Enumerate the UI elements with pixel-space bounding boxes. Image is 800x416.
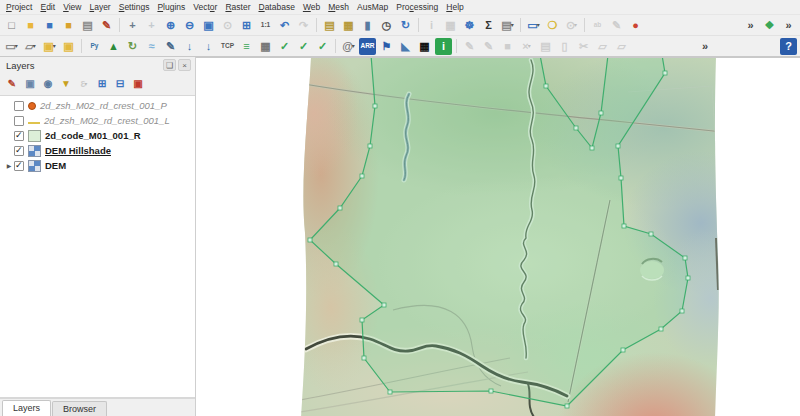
layer-checkbox[interactable]: [14, 146, 24, 156]
copy-features-icon[interactable]: ▱: [594, 38, 611, 55]
select-by-value-icon[interactable]: ▣: [60, 38, 77, 55]
statistics-sum-icon[interactable]: Σ: [480, 17, 497, 34]
new-report-icon[interactable]: ▮: [359, 17, 376, 34]
pin-labels-icon[interactable]: ✎: [608, 17, 625, 34]
project-properties-icon[interactable]: ▤: [79, 17, 96, 34]
delete-selected-icon[interactable]: ▯: [556, 38, 573, 55]
pan-map-icon[interactable]: +: [124, 17, 141, 34]
check-plugin-q-icon[interactable]: ✓: [295, 38, 312, 55]
statistical-summary-icon[interactable]: ▤▾: [499, 17, 516, 34]
measure-tool-icon[interactable]: ▭▾: [525, 17, 542, 34]
import-layer-icon[interactable]: ↓: [200, 38, 217, 55]
select-by-form-icon[interactable]: ▣▾: [41, 38, 58, 55]
check-plugin-a-icon[interactable]: ✓: [276, 38, 293, 55]
zoom-full-extent-icon[interactable]: ▣: [200, 17, 217, 34]
add-layers-icon[interactable]: ❖: [761, 17, 778, 34]
tab-browser[interactable]: Browser: [52, 401, 107, 416]
zoom-native-icon[interactable]: 1:1: [257, 17, 274, 34]
vertex-tool-icon[interactable]: ×▾: [518, 38, 535, 55]
menu-item-project[interactable]: Project: [2, 1, 36, 13]
temporal-controller-icon[interactable]: ◷: [378, 17, 395, 34]
layer-item-2[interactable]: 2d_code_M01_001_R: [0, 128, 195, 143]
new-print-layout-icon[interactable]: ▤: [321, 17, 338, 34]
zoom-to-layer-icon[interactable]: ⊞: [238, 17, 255, 34]
zoom-last-icon[interactable]: ↶: [276, 17, 293, 34]
map-tips-icon[interactable]: ❍: [544, 17, 561, 34]
menu-item-view[interactable]: View: [59, 1, 85, 13]
new-project-icon[interactable]: □: [3, 17, 20, 34]
manage-map-themes-icon[interactable]: ◉: [40, 76, 56, 92]
flag-plugin-icon[interactable]: ⚑: [378, 38, 395, 55]
menu-item-plugins[interactable]: Plugins: [153, 1, 189, 13]
text-annotation-icon[interactable]: ab: [589, 17, 606, 34]
menu-item-raster[interactable]: Raster: [221, 1, 254, 13]
raster-calc-icon[interactable]: ◣: [397, 38, 414, 55]
expander-icon[interactable]: ▶: [4, 162, 14, 169]
layer-item-3[interactable]: DEM Hillshade: [0, 143, 195, 158]
raster-image-tool-icon[interactable]: ▦: [257, 38, 274, 55]
zoom-next-icon[interactable]: ↷: [295, 17, 312, 34]
toolbar-overflow-1-icon[interactable]: »: [742, 17, 759, 34]
layer-item-0[interactable]: 2d_zsh_M02_rd_crest_001_P: [0, 98, 195, 113]
tcp-plugin-icon[interactable]: TCP: [219, 38, 236, 55]
dark-panel-plugin-icon[interactable]: ▦: [416, 38, 433, 55]
check-plugin-1-icon[interactable]: ✓: [314, 38, 331, 55]
map-canvas[interactable]: [196, 58, 799, 416]
layer-item-4[interactable]: ▶DEM: [0, 158, 195, 173]
open-attribute-table-icon[interactable]: ▦: [442, 17, 459, 34]
pan-to-selection-icon[interactable]: +: [143, 17, 160, 34]
style-manager-icon[interactable]: ✎: [98, 17, 115, 34]
reload-plugin-icon[interactable]: ↻: [124, 38, 141, 55]
toggle-editing-icon[interactable]: ✎: [480, 38, 497, 55]
layout-manager-icon[interactable]: ▦: [340, 17, 357, 34]
save-project-icon[interactable]: ■: [41, 17, 58, 34]
menu-item-settings[interactable]: Settings: [115, 1, 154, 13]
legend-items-icon[interactable]: ≡: [238, 38, 255, 55]
layer-checkbox[interactable]: [14, 101, 24, 111]
tab-layers[interactable]: Layers: [2, 400, 51, 416]
add-group-icon[interactable]: ▣: [22, 76, 38, 92]
toolbar-overflow-1b-icon[interactable]: »: [780, 17, 797, 34]
zoom-to-selection-icon[interactable]: ⊙: [219, 17, 236, 34]
collapse-all-icon[interactable]: ⊟: [112, 76, 128, 92]
float-panel-button[interactable]: ❏: [163, 59, 176, 71]
python-console-icon[interactable]: Py: [86, 38, 103, 55]
help-contents-icon[interactable]: ?: [780, 38, 797, 55]
layer-checkbox[interactable]: [14, 161, 24, 171]
expand-all-icon[interactable]: ⊞: [94, 76, 110, 92]
remove-layer-icon[interactable]: ▣: [130, 76, 146, 92]
water-plugin-icon[interactable]: ≈: [143, 38, 160, 55]
options-gear-icon[interactable]: ☸: [461, 17, 478, 34]
open-layer-styling-icon[interactable]: ✎: [4, 76, 20, 92]
cut-features-icon[interactable]: ✂: [575, 38, 592, 55]
modify-attributes-icon[interactable]: ▤: [537, 38, 554, 55]
attachment-tool-icon[interactable]: @▾: [340, 38, 357, 55]
mesh-plugin-icon[interactable]: ▲: [105, 38, 122, 55]
layer-item-1[interactable]: 2d_zsh_M02_rd_crest_001_L: [0, 113, 195, 128]
menu-item-ausmap[interactable]: AusMap: [353, 1, 392, 13]
menu-item-processing[interactable]: Processing: [392, 1, 442, 13]
menu-item-help[interactable]: Help: [442, 1, 467, 13]
download-layer-icon[interactable]: ↓: [181, 38, 198, 55]
filter-legend-icon[interactable]: ▼: [58, 76, 74, 92]
save-project-as-icon[interactable]: ■: [60, 17, 77, 34]
layer-checkbox[interactable]: [14, 116, 24, 126]
current-edits-icon[interactable]: ✎: [461, 38, 478, 55]
bookmark-zoom-icon[interactable]: ⊙▾: [563, 17, 580, 34]
menu-item-layer[interactable]: Layer: [85, 1, 114, 13]
digitize-shield-icon[interactable]: ✎: [162, 38, 179, 55]
deselect-features-icon[interactable]: ▱▾: [22, 38, 39, 55]
menu-item-database[interactable]: Database: [254, 1, 298, 13]
toolbar-overflow-2-icon[interactable]: »: [697, 38, 714, 55]
menu-item-edit[interactable]: Edit: [36, 1, 59, 13]
open-project-icon[interactable]: ■: [22, 17, 39, 34]
select-features-icon[interactable]: ▭▾: [3, 38, 20, 55]
close-panel-button[interactable]: ×: [178, 59, 191, 71]
menu-item-web[interactable]: Web: [299, 1, 324, 13]
identify-info-icon[interactable]: i: [435, 38, 452, 55]
arr-plugin-icon[interactable]: ARR: [359, 38, 376, 55]
refresh-map-icon[interactable]: ↻: [397, 17, 414, 34]
zoom-out-icon[interactable]: ⊖: [181, 17, 198, 34]
menu-item-mesh[interactable]: Mesh: [324, 1, 353, 13]
layer-labeling-icon[interactable]: ●: [627, 17, 644, 34]
